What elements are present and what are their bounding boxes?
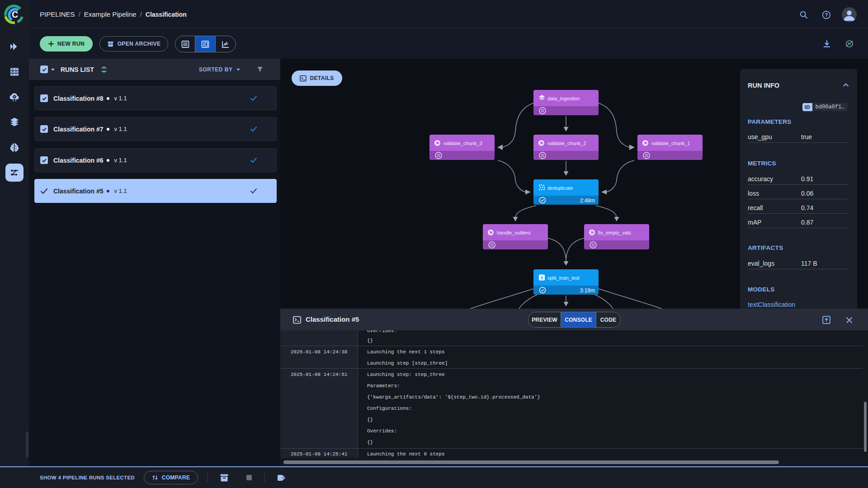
- svg-text:3:19m: 3:19m: [580, 287, 595, 294]
- svg-text:C: C: [12, 9, 18, 19]
- svg-text:validate_chunk_2: validate_chunk_2: [547, 141, 586, 146]
- svg-text:handle_outliers: handle_outliers: [497, 230, 531, 235]
- svg-text:?: ?: [825, 12, 828, 18]
- svg-text:fix_empty_vals: fix_empty_vals: [598, 230, 631, 235]
- svg-text:2:48m: 2:48m: [580, 197, 595, 204]
- svg-text:data_ingestion: data_ingestion: [547, 96, 580, 101]
- svg-text:deduplicate: deduplicate: [547, 185, 573, 191]
- svg-text:λ: λ: [541, 276, 543, 280]
- svg-text:validate_chunk_1: validate_chunk_1: [651, 141, 690, 146]
- svg-text:split_train_test: split_train_test: [547, 275, 580, 281]
- svg-text:validate_chunk_3: validate_chunk_3: [443, 141, 482, 146]
